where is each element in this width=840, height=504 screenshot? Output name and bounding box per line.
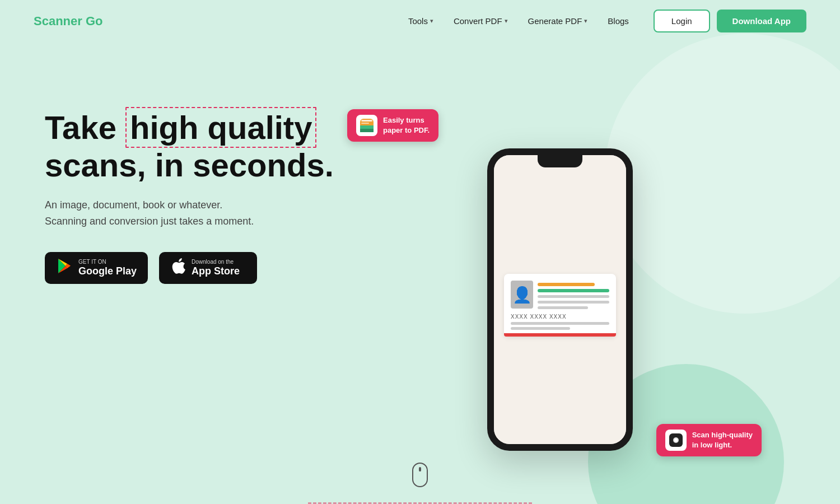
google-play-icon bbox=[56, 258, 73, 278]
scanner-app-icon bbox=[356, 115, 377, 136]
phone-mockup: 👤 XXXX XXXX XXXX bbox=[487, 148, 633, 451]
hero-title-post: scans, in seconds. bbox=[45, 147, 334, 183]
svg-point-8 bbox=[674, 438, 678, 442]
mouse-icon bbox=[412, 463, 428, 487]
badge-bottom-text: Scan high-qualityin low light. bbox=[692, 430, 753, 450]
download-app-button[interactable]: Download App bbox=[717, 10, 806, 32]
svg-rect-5 bbox=[361, 123, 369, 124]
svg-rect-4 bbox=[361, 120, 372, 122]
hero-phone-mockup: Easily turnspaper to PDF. 👤 bbox=[392, 76, 728, 504]
flashlight-icon bbox=[665, 430, 687, 451]
id-card-preview: 👤 XXXX XXXX XXXX bbox=[504, 274, 616, 337]
hero-subtitle: An image, document, book or whatever. Sc… bbox=[45, 197, 392, 230]
hero-content: Take high quality scans, in seconds. An … bbox=[45, 76, 392, 284]
id-line-gray-1 bbox=[538, 295, 609, 298]
id-line-gray-short bbox=[538, 306, 588, 309]
store-buttons: GET IT ON Google Play Download on the Ap… bbox=[45, 252, 392, 284]
id-line-gray-2 bbox=[538, 301, 609, 304]
hero-title-highlight: high quality bbox=[125, 107, 316, 148]
chevron-down-icon: ▾ bbox=[505, 17, 508, 25]
apple-icon bbox=[170, 258, 186, 278]
scroll-indicator bbox=[412, 463, 428, 487]
login-button[interactable]: Login bbox=[654, 10, 710, 32]
phone-frame: 👤 XXXX XXXX XXXX bbox=[487, 148, 633, 451]
id-card-red-bar bbox=[504, 333, 616, 337]
svg-rect-3 bbox=[360, 129, 374, 132]
id-card-number: XXXX XXXX XXXX bbox=[511, 314, 609, 320]
hero-title: Take high quality scans, in seconds. bbox=[45, 109, 392, 184]
nav-blogs[interactable]: Blogs bbox=[600, 12, 637, 30]
app-store-button[interactable]: Download on the App Store bbox=[159, 252, 257, 284]
id-bottom-line-2 bbox=[511, 327, 570, 330]
id-card-photo: 👤 bbox=[511, 281, 533, 309]
phone-notch bbox=[538, 155, 582, 167]
nav-generate-pdf[interactable]: Generate PDF ▾ bbox=[520, 12, 596, 30]
id-line-green bbox=[538, 289, 609, 292]
brand-logo[interactable]: Scanner Go bbox=[34, 14, 102, 29]
chevron-down-icon: ▾ bbox=[584, 17, 587, 25]
badge-bottom: Scan high-qualityin low light. bbox=[656, 424, 762, 456]
phone-screen: 👤 XXXX XXXX XXXX bbox=[494, 155, 626, 444]
nav-tools[interactable]: Tools ▾ bbox=[400, 12, 441, 30]
badge-top: Easily turnspaper to PDF. bbox=[347, 109, 438, 142]
mouse-wheel bbox=[419, 467, 421, 472]
badge-top-text: Easily turnspaper to PDF. bbox=[383, 115, 430, 136]
chevron-down-icon: ▾ bbox=[430, 17, 433, 25]
id-bottom-line-1 bbox=[511, 322, 609, 325]
nav-links: Tools ▾ Convert PDF ▾ Generate PDF ▾ Blo… bbox=[400, 12, 637, 30]
person-icon: 👤 bbox=[512, 286, 532, 304]
google-play-button[interactable]: GET IT ON Google Play bbox=[45, 252, 148, 284]
hero-section: Take high quality scans, in seconds. An … bbox=[0, 42, 840, 504]
navbar: Scanner Go Tools ▾ Convert PDF ▾ Generat… bbox=[0, 0, 840, 42]
id-line-orange bbox=[538, 283, 595, 286]
nav-convert-pdf[interactable]: Convert PDF ▾ bbox=[446, 12, 516, 30]
